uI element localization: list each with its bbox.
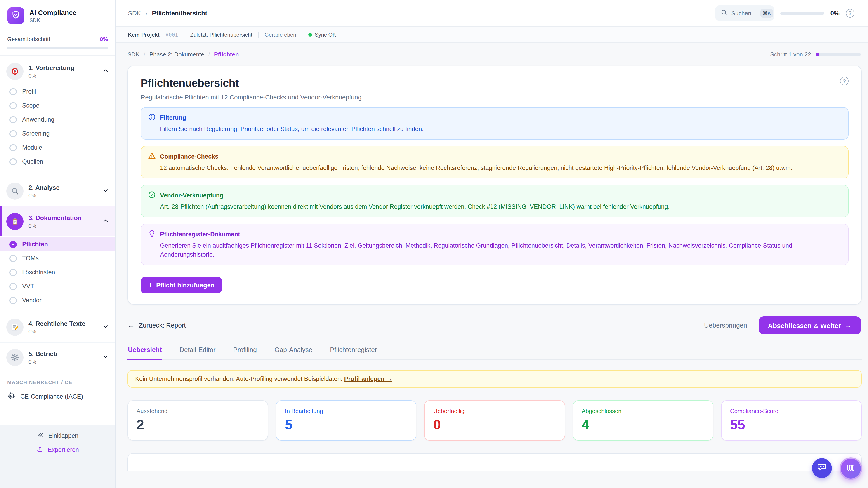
upload-icon (36, 446, 43, 454)
export-button[interactable]: Exportieren (36, 446, 79, 454)
board-fab-button[interactable] (839, 457, 862, 480)
overall-progress-bar (7, 46, 108, 49)
sync-ok-dot (308, 33, 312, 36)
section-header-analyse[interactable]: 2. Analyse 0% (0, 179, 115, 203)
profile-warning-banner: Kein Unternehmensprofil vorhanden. Auto-… (127, 370, 862, 388)
magnifier-icon (6, 183, 24, 200)
breadcrumb-separator: / (144, 51, 145, 58)
topbar-right: Suchen... ⌘K 0% ? (715, 5, 855, 21)
gear-icon (6, 349, 24, 366)
radio-selected-icon (9, 240, 17, 248)
callout-text: Filtern Sie nach Regulierung, Prioritaet… (148, 125, 841, 134)
collapse-label: Einklappen (48, 432, 79, 439)
tab-detail-editor[interactable]: Detail-Editor (179, 344, 216, 360)
chevron-up-icon[interactable] (102, 217, 109, 226)
project-name: Kein Projekt (128, 31, 160, 38)
app-logo (7, 7, 24, 24)
step-indicator: Schritt 1 von 22 (770, 51, 861, 58)
section-label: 4. Rechtliche Texte (29, 320, 86, 327)
sidebar-item-anwendung[interactable]: Anwendung (0, 112, 115, 127)
sidebar-item-pflichten[interactable]: Pflichten (0, 237, 115, 251)
breadcrumb-root[interactable]: SDK (128, 9, 141, 17)
page-breadcrumb-row: SDK / Phase 2: Dokumente / Pflichten Sch… (127, 43, 862, 66)
sidebar-item-scope[interactable]: Scope (0, 98, 115, 112)
callout-vendor-verknuepfung: Vendor-Verknuepfung Art.-28-Pflichten (A… (141, 185, 848, 217)
search-input[interactable]: Suchen... ⌘K (715, 5, 774, 21)
overall-progress-value: 0% (100, 36, 108, 42)
radio-icon (9, 116, 17, 123)
topbar-progress-bar (780, 11, 824, 15)
target-icon (6, 63, 24, 80)
section-analyse: 2. Analyse 0% (0, 176, 115, 206)
divider (258, 31, 258, 38)
info-icon (148, 113, 156, 123)
sidebar-nav: 1. Vorbereitung 0% Profil Scope Anwendun… (0, 56, 115, 425)
topbar: SDK › Pflichtenübersicht Suchen... ⌘K 0%… (116, 0, 868, 27)
sidebar-item-profil[interactable]: Profil (0, 85, 115, 98)
create-profile-link[interactable]: Profil anlegen → (344, 376, 393, 382)
section-header-vorbereitung[interactable]: 1. Vorbereitung 0% (0, 59, 115, 84)
breadcrumb-phase[interactable]: Phase 2: Dokumente (149, 51, 204, 58)
stat-label: Abgeschlossen (582, 408, 704, 414)
statusbar: Kein Projekt V001 Zuletzt: Pflichtenüber… (116, 27, 868, 43)
finish-next-button[interactable]: Abschliessen & Weiter → (759, 316, 861, 334)
radio-icon (9, 88, 17, 95)
overall-progress-label: Gesamtfortschritt (7, 36, 50, 42)
callout-text: 12 automatische Checks: Fehlende Verantw… (148, 164, 841, 173)
section-header-rechtliche-texte[interactable]: 4. Rechtliche Texte 0% (0, 315, 115, 339)
wizard-nav-row: ← Zurueck: Report Ueberspringen Abschlie… (127, 316, 862, 334)
page-breadcrumb: SDK / Phase 2: Dokumente / Pflichten (127, 51, 239, 58)
next-label: Abschliessen & Weiter (768, 322, 841, 329)
stat-value: 2 (136, 418, 259, 432)
item-label: TOMs (22, 255, 39, 262)
skip-button[interactable]: Ueberspringen (704, 322, 747, 329)
ce-item-label: CE-Compliance (IACE) (20, 393, 83, 400)
section-label: 3. Dokumentation (29, 214, 82, 221)
sidebar-item-screening[interactable]: Screening (0, 127, 115, 140)
stat-ueberfaellig: Ueberfaellig 0 (424, 400, 565, 441)
add-pflicht-button[interactable]: + Pflicht hinzufuegen (141, 277, 222, 293)
page-title: Pflichtenuebersicht (141, 77, 362, 90)
stat-label: In Bearbeitung (285, 408, 407, 414)
section-rechtliche-texte: 4. Rechtliche Texte 0% (0, 312, 115, 342)
radio-icon (9, 144, 17, 151)
sidebar-item-quellen[interactable]: Quellen (0, 155, 115, 168)
help-icon[interactable]: ? (846, 9, 855, 18)
chevron-up-icon[interactable] (102, 67, 109, 76)
item-label: Löschfristen (22, 269, 55, 275)
item-label: Screening (22, 130, 50, 137)
memo-icon (6, 319, 24, 336)
sidebar-item-loeschfristen[interactable]: Löschfristen (0, 265, 115, 279)
overall-progress: Gesamtfortschritt 0% (0, 31, 115, 56)
chevron-down-icon[interactable] (102, 323, 109, 331)
tab-pflichtenregister[interactable]: Pflichtenregister (330, 344, 377, 360)
sidebar-item-ce-compliance[interactable]: CE-Compliance (IACE) (0, 388, 115, 405)
tab-profiling[interactable]: Profiling (232, 344, 257, 360)
chat-icon (817, 462, 827, 474)
chevron-down-icon[interactable] (102, 187, 109, 195)
sidebar-item-vendor[interactable]: Vendor (0, 293, 115, 307)
section-header-dokumentation[interactable]: 3. Dokumentation 0% (2, 209, 115, 234)
search-shortcut-kbd: ⌘K (760, 9, 773, 18)
tabs: Uebersicht Detail-Editor Profiling Gap-A… (127, 343, 862, 360)
item-label: VVT (22, 283, 34, 290)
callout-title: Filterung (160, 114, 186, 121)
card-help-icon[interactable]: ? (840, 77, 848, 86)
section-pct: 0% (29, 73, 97, 79)
section-header-betrieb[interactable]: 5. Betrieb 0% (0, 345, 115, 369)
sidebar-item-toms[interactable]: TOMs (0, 251, 115, 265)
sidebar-item-vvt[interactable]: VVT (0, 279, 115, 293)
arrow-right-icon: → (844, 321, 852, 329)
tab-uebersicht[interactable]: Uebersicht (127, 344, 162, 360)
tab-gap-analyse[interactable]: Gap-Analyse (274, 344, 313, 360)
callout-filterung: Filterung Filtern Sie nach Regulierung, … (141, 107, 848, 140)
sidebar-item-module[interactable]: Module (0, 140, 115, 155)
collapse-sidebar-button[interactable]: Einklappen (37, 431, 79, 440)
chevron-down-icon[interactable] (102, 353, 109, 362)
breadcrumb-sdk[interactable]: SDK (127, 51, 140, 58)
radio-icon (9, 255, 17, 262)
section-pct: 0% (29, 359, 97, 365)
item-label: Pflichten (22, 241, 48, 248)
back-link[interactable]: ← Zurueck: Report (127, 321, 186, 329)
chat-fab-button[interactable] (812, 458, 832, 478)
